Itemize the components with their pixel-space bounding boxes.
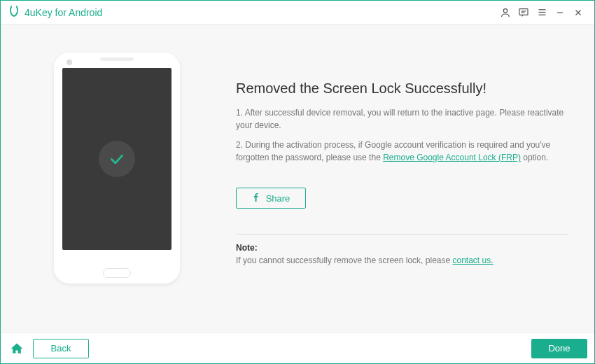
app-logo: 4uKey for Android — [8, 5, 102, 20]
phone-mockup — [54, 52, 180, 284]
svg-point-0 — [503, 8, 507, 12]
success-heading: Removed the Screen Lock Successfully! — [236, 80, 569, 97]
done-button[interactable]: Done — [531, 339, 587, 358]
success-check-icon — [99, 141, 135, 177]
title-bar: 4uKey for Android — [1, 1, 594, 24]
close-icon[interactable] — [569, 4, 587, 22]
remove-frp-link[interactable]: Remove Google Account Lock (FRP) — [383, 153, 521, 162]
note-text: If you cannot successfully remove the sc… — [236, 255, 569, 265]
app-title: 4uKey for Android — [24, 7, 102, 18]
app-window: 4uKey for Android — [0, 0, 595, 364]
back-button[interactable]: Back — [33, 339, 89, 358]
message-panel: Removed the Screen Lock Successfully! 1.… — [236, 52, 569, 332]
divider — [236, 234, 569, 234]
feedback-icon[interactable] — [514, 4, 533, 22]
share-button[interactable]: Share — [236, 188, 306, 209]
share-label: Share — [266, 193, 290, 204]
logo-icon — [8, 5, 20, 20]
home-icon[interactable] — [8, 340, 26, 358]
illustration-panel — [26, 52, 208, 332]
instruction-1: 1. After successful device removal, you … — [236, 106, 569, 132]
account-icon[interactable] — [496, 4, 514, 22]
minimize-icon[interactable] — [551, 4, 569, 22]
menu-icon[interactable] — [533, 4, 551, 22]
facebook-icon — [252, 192, 260, 204]
instruction-2: 2. During the activation process, if Goo… — [236, 139, 569, 164]
main-content: Removed the Screen Lock Successfully! 1.… — [1, 24, 594, 332]
note-heading: Note: — [236, 243, 569, 253]
phone-home-button — [103, 268, 131, 278]
contact-us-link[interactable]: contact us. — [453, 255, 493, 265]
footer-bar: Back Done — [1, 332, 594, 363]
phone-screen — [62, 68, 172, 250]
svg-rect-1 — [519, 8, 528, 15]
